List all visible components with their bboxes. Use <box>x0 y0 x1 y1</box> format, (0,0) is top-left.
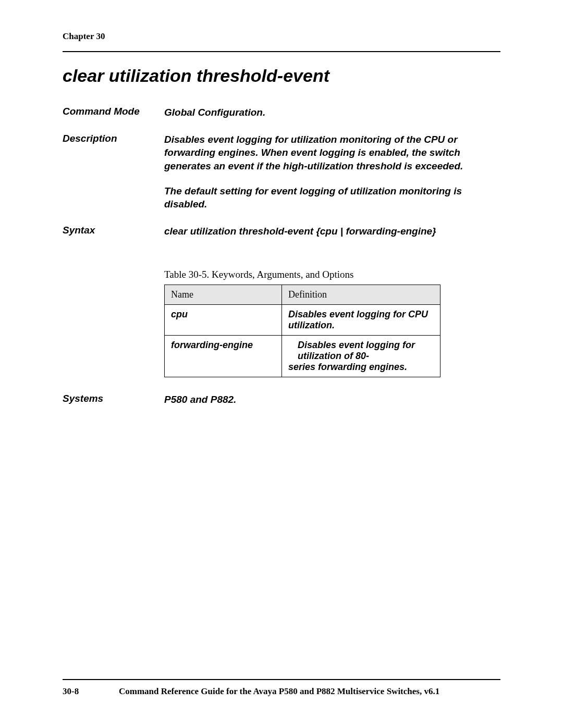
th-name: Name <box>165 285 282 305</box>
cell-name-fwd: forwarding-engine <box>165 336 282 377</box>
table-row: cpu Disables event logging for CPU utili… <box>165 305 440 336</box>
value-command-mode: Global Configuration. <box>164 106 500 119</box>
value-description: Disables event logging for utilization m… <box>164 133 500 211</box>
cell-def-fwd: Disables event logging for utilization o… <box>282 336 440 377</box>
row-command-mode: Command Mode Global Configuration. <box>63 106 500 119</box>
cell-def-cpu: Disables event logging for CPU utilizati… <box>282 305 440 336</box>
label-syntax: Syntax <box>63 225 164 236</box>
def-fwd-line1: Disables event logging for utilization o… <box>288 340 434 362</box>
label-systems: Systems <box>63 393 164 404</box>
command-title: clear utilization threshold-event <box>63 66 500 86</box>
table-header-row: Name Definition <box>165 285 440 305</box>
footer-line: 30-8 Command Reference Guide for the Ava… <box>63 686 500 697</box>
footer-rule <box>63 679 500 680</box>
table-block: Table 30-5. Keywords, Arguments, and Opt… <box>164 269 500 377</box>
value-systems: P580 and P882. <box>164 393 500 406</box>
label-command-mode: Command Mode <box>63 106 164 117</box>
page-container: Chapter 30 clear utilization threshold-e… <box>0 0 563 728</box>
def-fwd-line2: series forwarding engines. <box>288 362 407 372</box>
cell-name-cpu: cpu <box>165 305 282 336</box>
footer-book-title: Command Reference Guide for the Avaya P5… <box>79 686 480 697</box>
chapter-header: Chapter 30 <box>63 31 500 42</box>
table-row: forwarding-engine Disables event logging… <box>165 336 440 377</box>
description-p2: The default setting for event logging of… <box>164 184 500 211</box>
top-rule <box>63 51 500 52</box>
table-caption: Table 30-5. Keywords, Arguments, and Opt… <box>164 269 500 280</box>
keyword-table: Name Definition cpu Disables event loggi… <box>164 285 440 377</box>
row-description: Description Disables event logging for u… <box>63 133 500 211</box>
th-definition: Definition <box>282 285 440 305</box>
label-description: Description <box>63 133 164 144</box>
row-systems: Systems P580 and P882. <box>63 393 500 406</box>
row-syntax: Syntax clear utilization threshold-event… <box>63 225 500 238</box>
value-syntax: clear utilization threshold-event {cpu |… <box>164 225 500 238</box>
footer-page-number: 30-8 <box>63 686 79 697</box>
description-p1: Disables event logging for utilization m… <box>164 133 500 173</box>
page-footer: 30-8 Command Reference Guide for the Ava… <box>63 679 500 697</box>
